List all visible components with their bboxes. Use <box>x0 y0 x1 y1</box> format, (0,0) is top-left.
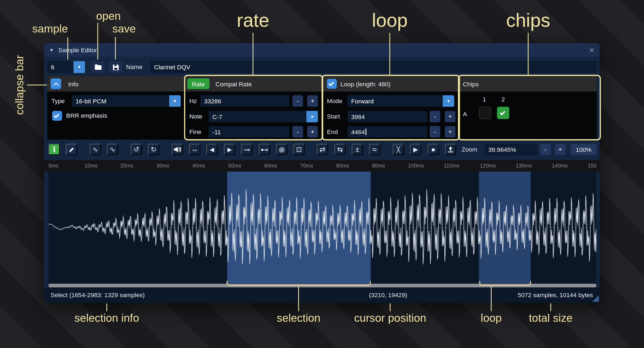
timeline-ruler: 0ms10ms20ms30ms40ms50ms60ms70ms80ms90ms1… <box>44 160 600 172</box>
type-label: Type <box>51 95 65 107</box>
ruler-tick: 90ms <box>372 163 385 169</box>
annotation-total-size: total size <box>529 312 573 325</box>
brr-emphasis-checkbox[interactable] <box>52 111 62 121</box>
annotation-line-sample <box>67 37 68 60</box>
annotation-line-selection-info <box>106 303 107 311</box>
type-value: 16-bit PCM <box>72 97 169 104</box>
annotation-line-cursor-position <box>390 303 391 311</box>
zoom-reset-button[interactable]: 100% <box>570 144 597 155</box>
ruler-tick: 80ms <box>336 163 349 169</box>
annotation-line-loop-bottom <box>491 286 492 311</box>
zoom-input[interactable]: 39.9645% <box>485 144 537 155</box>
silence-button[interactable]: ⊗ <box>276 144 287 155</box>
annotation-line-open <box>97 23 98 60</box>
annotation-collapse-bar: collapse bar <box>13 55 26 115</box>
stop-button[interactable]: ■ <box>427 144 439 155</box>
resample-button[interactable]: ∿ <box>107 144 118 155</box>
fade-in-button[interactable]: ⊷ <box>259 144 270 155</box>
ruler-tick: 50ms <box>228 163 241 169</box>
titlebar[interactable]: ▼ Sample Editor × <box>44 43 600 57</box>
normalize-button[interactable]: ↔ <box>189 144 200 155</box>
ruler-tick: 10ms <box>84 163 97 169</box>
crossfade-button[interactable]: ╳ <box>393 144 404 155</box>
resize-grip[interactable] <box>592 295 599 302</box>
zoom-increase-button[interactable]: + <box>555 144 565 155</box>
upload-icon <box>447 146 454 153</box>
annotation-loop: loop <box>372 9 408 31</box>
folder-icon <box>94 64 102 70</box>
selection-info-text: Select (1654-2983: 1329 samples) <box>51 287 145 303</box>
amplify-button[interactable] <box>172 144 183 155</box>
annotation-open: open <box>96 10 121 22</box>
circle-x-icon: ⊗ <box>279 145 285 154</box>
annotation-line-total-size <box>550 303 551 311</box>
annotation-line-selection <box>298 286 299 311</box>
select-mode-button[interactable]: I <box>48 144 60 155</box>
annotation-bracket-loop <box>479 281 531 286</box>
desktop: ▼ Sample Editor × 6 ▼ Name Clarinet DQV … <box>0 0 644 348</box>
ruler-tick: 30ms <box>156 163 169 169</box>
ruler-tick: 140ms <box>552 163 568 169</box>
redo-button[interactable]: ↻ <box>148 144 159 155</box>
reverse-button[interactable]: ◀ <box>206 144 218 155</box>
annotation-bracket-selection <box>227 281 371 286</box>
waveform-canvas[interactable] <box>48 172 596 283</box>
undo-icon: ↺ <box>133 145 139 154</box>
stop-icon: ■ <box>431 146 435 153</box>
draw-mode-button[interactable] <box>66 144 77 155</box>
close-icon[interactable]: × <box>589 45 594 54</box>
total-size-text: 5072 samples, 10144 bytes <box>518 287 593 303</box>
sample-number-value: 6 <box>47 64 73 71</box>
redo-icon: ↻ <box>151 145 157 154</box>
ruler-tick: 60ms <box>264 163 277 169</box>
name-value: Clarinet DQV <box>154 64 190 71</box>
annotation-loop-bottom: loop <box>481 312 502 325</box>
open-button[interactable] <box>91 61 105 73</box>
filter-button[interactable]: ≈ <box>369 144 380 155</box>
type-select[interactable]: 16-bit PCM ▼ <box>72 95 181 107</box>
annotation-save: save <box>112 22 136 35</box>
trim-button[interactable]: ⊡ <box>293 144 305 155</box>
annotation-selection-info: selection info <box>74 312 139 325</box>
collapse-info-button[interactable] <box>51 78 61 89</box>
info-header: Info <box>47 76 185 92</box>
plus-minus-icon: ± <box>355 145 359 154</box>
zoom-decrease-button[interactable]: - <box>540 144 551 155</box>
crop-icon: ⊡ <box>296 145 302 154</box>
wave-resample-icon: ∿ <box>110 145 116 154</box>
annotation-line-chips <box>528 33 529 75</box>
save-button[interactable] <box>109 61 122 73</box>
resize-button[interactable]: ∿ <box>90 144 101 155</box>
annotation-outline-chips <box>458 75 601 140</box>
sign-button[interactable]: ± <box>352 144 363 155</box>
flip-vertical-button[interactable]: ⇆ <box>334 144 346 155</box>
triangle-left-icon: ◀ <box>210 146 214 153</box>
fade-in-icon: ⊷ <box>261 145 269 154</box>
sample-number-select[interactable]: 6 ▼ <box>47 61 85 73</box>
flip-horizontal-icon: ⇄ <box>319 145 325 154</box>
flip-horizontal-button[interactable]: ⇄ <box>317 144 328 155</box>
brr-emphasis-label: BRR emphasis <box>66 110 107 122</box>
triangle-right-icon: ▶ <box>227 146 232 153</box>
annotation-chips: chips <box>506 9 550 31</box>
upload-button[interactable] <box>445 144 456 155</box>
annotation-line-save <box>115 37 116 60</box>
annotation-line-collapse-bar <box>27 85 47 86</box>
info-panel: Info Type 16-bit PCM ▼ BRR emphasis <box>47 76 185 140</box>
chevron-down-icon[interactable]: ▼ <box>169 95 181 107</box>
fade-out-button[interactable]: ⊸ <box>241 144 253 155</box>
chevron-down-icon[interactable]: ▼ <box>74 61 85 73</box>
preview-button[interactable]: ▶ <box>410 144 421 155</box>
name-input[interactable]: Clarinet DQV <box>150 61 597 73</box>
annotation-line-loop <box>389 33 390 75</box>
ruler-tick: 150 <box>588 163 597 169</box>
annotation-outline-loop <box>322 75 460 140</box>
zoom-label: Zoom <box>462 144 477 155</box>
undo-button[interactable]: ↺ <box>130 144 142 155</box>
window-collapse-icon[interactable]: ▼ <box>49 47 54 52</box>
annotation-rate: rate <box>237 9 269 31</box>
annotation-cursor-position: cursor position <box>354 312 426 325</box>
play-icon: ▶ <box>413 146 418 153</box>
play-from-start-button[interactable]: ▶ <box>224 144 235 155</box>
ruler-tick: 0ms <box>48 163 58 169</box>
